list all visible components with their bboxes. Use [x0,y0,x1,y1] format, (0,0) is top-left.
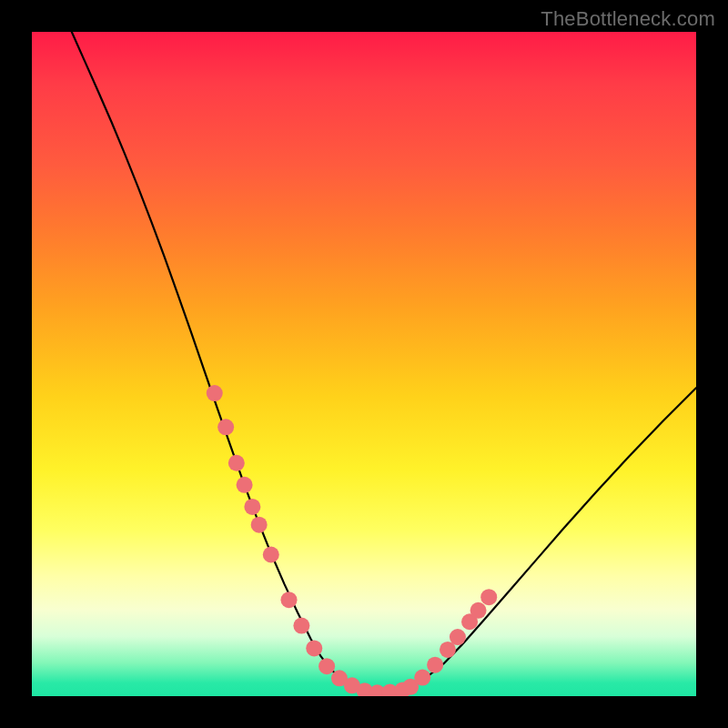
plot-area [32,32,696,696]
highlight-dot [237,477,253,493]
highlight-dot [480,589,497,605]
highlight-dot [281,592,298,608]
highlight-dot [318,658,335,674]
watermark-text: TheBottleneck.com [541,7,715,31]
highlight-dot [263,547,279,563]
highlight-dot [293,618,309,634]
highlight-dot [251,517,268,533]
highlight-dot [217,419,234,435]
highlight-dot [207,385,223,401]
chart-frame: TheBottleneck.com [0,0,728,728]
highlight-dot [450,629,466,645]
highlight-dot [470,602,487,619]
highlight-dot [228,455,245,471]
highlight-dot [427,657,443,673]
highlight-dot [414,670,430,686]
highlight-dot [306,640,322,656]
highlight-dots [32,32,696,696]
highlight-dot [244,499,260,515]
